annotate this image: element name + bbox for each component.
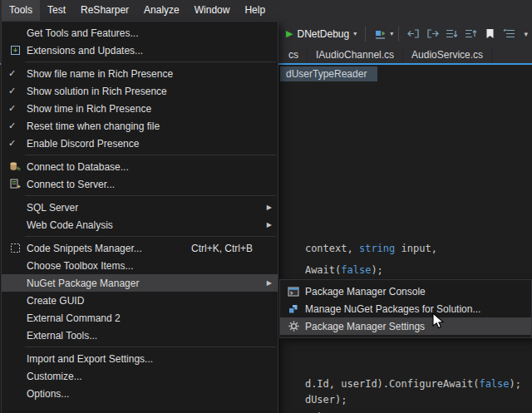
- menu-item-customize[interactable]: Customize...: [2, 367, 278, 385]
- menu-item-code-snippets-manager[interactable]: Code Snippets Manager... Ctrl+K, Ctrl+B: [2, 239, 278, 257]
- menubar-item-help[interactable]: Help: [237, 0, 273, 21]
- menu-item-external-tools[interactable]: External Tools...: [2, 327, 278, 344]
- toolbar-separator: [398, 27, 399, 42]
- submenu-arrow-icon: ▶: [267, 274, 272, 292]
- menu-item-web-code-analysis[interactable]: Web Code Analysis ▶: [2, 216, 278, 234]
- menu-item-label: Package Manager Settings: [305, 321, 425, 332]
- menu-item-show-time[interactable]: ✓ Show time in Rich Presence: [2, 100, 278, 117]
- menu-item-label: Show file name in Rich Presence: [27, 68, 173, 80]
- menu-item-extensions-and-updates[interactable]: Extensions and Updates...: [2, 42, 278, 59]
- menu-item-label: Show time in Rich Presence: [27, 103, 151, 115]
- menu-item-sql-server[interactable]: SQL Server ▶: [2, 199, 278, 216]
- menu-item-label: Show solution in Rich Presence: [27, 86, 167, 97]
- code-token: false: [341, 264, 371, 276]
- menu-separator: [25, 61, 276, 62]
- bookmark-icon[interactable]: [483, 27, 497, 41]
- checkmark-icon: ✓: [8, 100, 16, 117]
- snippets-icon: [7, 239, 23, 257]
- submenu-item-package-manager-settings[interactable]: Package Manager Settings: [280, 317, 531, 335]
- console-icon: [285, 283, 302, 300]
- menu-item-label: Connect to Database...: [27, 161, 129, 173]
- navigate-backward-icon[interactable]: [406, 27, 421, 41]
- menu-item-options[interactable]: Options...: [2, 385, 278, 402]
- menu-item-nuget-package-manager[interactable]: NuGet Package Manager ▶: [2, 274, 278, 292]
- menu-item-label: Enable Discord Presence: [27, 138, 139, 150]
- menu-separator: [25, 236, 276, 237]
- menubar-item-tools[interactable]: Tools: [2, 0, 40, 21]
- menu-item-label: Reset time when changing file: [27, 120, 160, 132]
- menu-separator: [25, 195, 276, 196]
- code-token: Await(: [305, 264, 341, 276]
- code-line: se);: [281, 400, 329, 413]
- toolbar-overflow-chevron-icon[interactable]: ▾: [524, 30, 532, 38]
- menu-item-label: Import and Export Settings...: [27, 353, 153, 365]
- menubar-item-analyze[interactable]: Analyze: [136, 0, 187, 21]
- menubar-item-resharper[interactable]: ReSharper: [73, 0, 136, 21]
- checkmark-icon: ✓: [8, 65, 16, 82]
- submenu-item-package-manager-console[interactable]: Package Manager Console: [280, 283, 531, 300]
- toolbar-separator: [365, 27, 366, 42]
- submenu-arrow-icon: ▶: [267, 216, 272, 234]
- menu-item-label: Connect to Server...: [27, 179, 115, 190]
- menu-item-connect-to-server[interactable]: Connect to Server...: [2, 175, 278, 193]
- tools-menu: Get Tools and Features... Extensions and…: [1, 21, 278, 413]
- type-dropdown[interactable]: dUserTypeReader: [280, 66, 377, 81]
- menu-item-reset-time[interactable]: ✓ Reset time when changing file: [2, 117, 278, 135]
- code-token: input,: [395, 243, 437, 254]
- packages-icon: [285, 300, 302, 317]
- menu-item-label: External Tools...: [27, 330, 97, 342]
- code-token: );: [371, 264, 382, 276]
- extensions-icon: [7, 42, 23, 59]
- menu-item-choose-toolbox-items[interactable]: Choose Toolbox Items...: [2, 257, 278, 274]
- menu-item-connect-to-database[interactable]: Connect to Database...: [2, 158, 278, 175]
- tab-partial[interactable]: cs: [280, 47, 308, 63]
- chevron-down-icon[interactable]: ▾: [353, 30, 357, 37]
- server-icon: [7, 175, 23, 193]
- task-list-icon[interactable]: [502, 27, 516, 41]
- code-token: );: [510, 378, 521, 390]
- menubar-item-test[interactable]: Test: [40, 0, 73, 21]
- attach-to-process-icon[interactable]: [373, 27, 387, 41]
- checkmark-icon: ✓: [8, 82, 16, 100]
- menu-item-label: External Command 2: [27, 312, 121, 324]
- menu-item-label: Web Code Analysis: [27, 219, 113, 231]
- menu-item-create-guid[interactable]: Create GUID: [2, 292, 278, 309]
- menu-item-label: Manage NuGet Packages for Solution...: [305, 303, 480, 315]
- menu-item-enable-discord-presence[interactable]: ✓ Enable Discord Presence: [2, 135, 278, 152]
- menu-item-label: Package Manager Console: [305, 286, 426, 297]
- nuget-package-manager-submenu: Package Manager Console Manage NuGet Pac…: [279, 279, 532, 338]
- menu-separator: [25, 155, 276, 155]
- menu-item-label: Choose Toolbox Items...: [27, 260, 134, 272]
- menu-item-show-solution[interactable]: ✓ Show solution in Rich Presence: [2, 82, 278, 100]
- tab-iaudiochannel[interactable]: IAudioChannel.cs: [308, 47, 403, 63]
- start-debugging-button[interactable]: ▶ DNetDebug ▾: [283, 27, 360, 42]
- menu-item-get-tools-and-features[interactable]: Get Tools and Features...: [2, 24, 278, 42]
- debug-target-label: DNetDebug: [297, 28, 349, 40]
- gear-icon: [285, 317, 302, 335]
- database-icon: [7, 158, 23, 175]
- menu-item-label: Code Snippets Manager...: [27, 243, 142, 254]
- tab-audioservice[interactable]: AudioService.cs: [403, 47, 492, 63]
- line-numbers-icon[interactable]: [445, 27, 459, 41]
- menu-bar: Tools Test ReSharper Analyze Window Help: [0, 0, 532, 21]
- menu-item-external-command-2[interactable]: External Command 2: [2, 309, 278, 327]
- chevron-down-icon[interactable]: ▾: [390, 30, 393, 37]
- menu-item-label: Options...: [27, 388, 69, 400]
- menu-separator: [25, 347, 276, 347]
- checkmark-icon: ✓: [8, 117, 16, 135]
- checkmark-icon: ✓: [8, 135, 16, 152]
- menu-item-label: Create GUID: [27, 295, 84, 307]
- menu-item-label: Extensions and Updates...: [27, 45, 143, 57]
- sort-lines-icon[interactable]: [464, 27, 478, 41]
- submenu-item-manage-nuget-packages[interactable]: Manage NuGet Packages for Solution...: [280, 300, 531, 317]
- menu-item-import-export-settings[interactable]: Import and Export Settings...: [2, 350, 278, 367]
- menu-item-label: Get Tools and Features...: [27, 27, 139, 39]
- menu-item-label: Customize...: [27, 371, 82, 382]
- menu-item-label: NuGet Package Manager: [27, 278, 139, 289]
- navigate-forward-icon[interactable]: [426, 27, 440, 41]
- code-token: false: [479, 378, 509, 390]
- submenu-arrow-icon: ▶: [267, 199, 272, 216]
- menubar-item-window[interactable]: Window: [187, 0, 238, 21]
- menu-item-label: SQL Server: [27, 202, 78, 214]
- menu-item-show-file-name[interactable]: ✓ Show file name in Rich Presence: [2, 65, 278, 82]
